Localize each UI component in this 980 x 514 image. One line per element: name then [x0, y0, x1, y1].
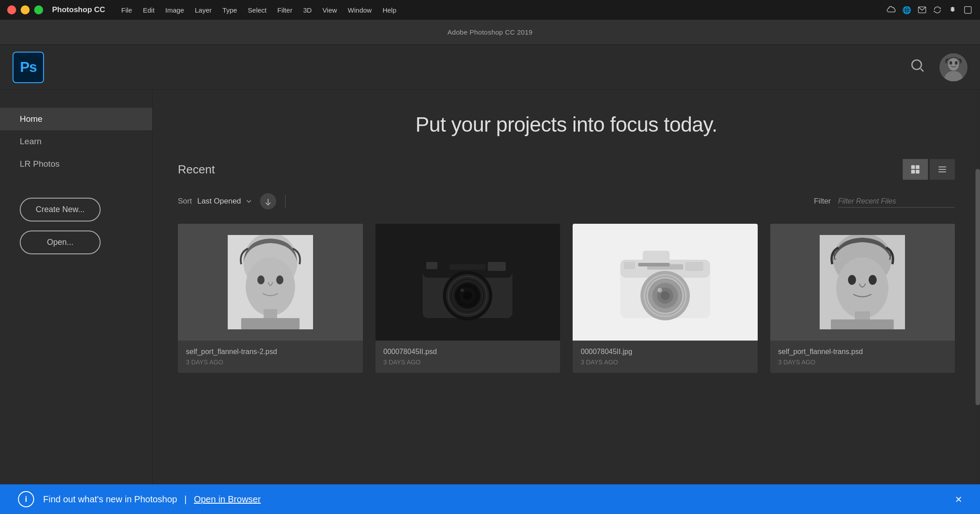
sidebar-item-learn[interactable]: Learn [0, 130, 152, 153]
main-layout: Home Learn LR Photos Create New... Open.… [0, 90, 980, 484]
notification-close-button[interactable]: × [955, 493, 962, 505]
camera-light [611, 237, 719, 327]
sort-select[interactable]: Last Opened [197, 197, 252, 206]
mail-icon[interactable] [917, 5, 927, 15]
sidebar-item-lr-photos[interactable]: LR Photos [0, 153, 152, 175]
file-date: 3 DAYS AGO [778, 359, 947, 366]
close-button[interactable] [7, 5, 16, 14]
file-name: self_port_flannel-trans-2.psd [186, 348, 355, 356]
main-headline: Put your projects into focus today. [178, 112, 955, 137]
menu-items: File Edit Image Layer Type Select Filter… [116, 4, 887, 16]
info-icon: i [18, 491, 34, 507]
search-icon[interactable] [910, 58, 926, 77]
sort-filter-bar: Sort Last Opened Filter [178, 193, 955, 209]
svg-point-49 [658, 288, 662, 292]
file-name: self_port_flannel-trans.psd [778, 348, 947, 356]
file-date: 3 DAYS AGO [186, 359, 355, 366]
menu-help[interactable]: Help [377, 4, 402, 16]
view-toggle [903, 159, 955, 180]
filter-input[interactable] [838, 195, 955, 208]
svg-point-56 [848, 275, 856, 285]
file-date: 3 DAYS AGO [384, 359, 552, 366]
menubar: Photoshop CC File Edit Image Layer Type … [0, 0, 980, 20]
menu-image[interactable]: Image [160, 4, 190, 16]
traffic-lights [7, 5, 43, 14]
scrollbar[interactable] [976, 90, 980, 484]
app-header: Ps [0, 45, 980, 90]
file-card[interactable]: 000078045II.psd 3 DAYS AGO [375, 224, 561, 373]
ps-logo: Ps [13, 52, 44, 83]
file-info: self_port_flannel-trans.psd 3 DAYS AGO [770, 341, 955, 373]
svg-point-19 [276, 275, 283, 284]
svg-point-7 [955, 61, 958, 65]
menu-layer[interactable]: Layer [190, 4, 217, 16]
menu-view[interactable]: View [317, 4, 342, 16]
menu-window[interactable]: Window [342, 4, 377, 16]
main-content: Put your projects into focus today. Rece… [153, 90, 980, 484]
dropbox-icon[interactable] [948, 5, 958, 15]
portrait-sketch-1 [228, 235, 313, 329]
menu-file[interactable]: File [116, 4, 137, 16]
sidebar-buttons: Create New... Open... [0, 189, 152, 263]
avatar[interactable] [940, 53, 967, 81]
svg-rect-24 [445, 251, 472, 264]
recent-title: Recent [178, 163, 215, 177]
svg-point-4 [948, 58, 959, 71]
globe-icon[interactable]: 🌐 [902, 5, 912, 15]
create-new-button[interactable]: Create New... [20, 198, 101, 222]
svg-rect-10 [911, 170, 915, 173]
sync-icon[interactable] [932, 5, 942, 15]
file-card[interactable]: self_port_flannel-trans-2.psd 3 DAYS AGO [178, 224, 363, 373]
portrait-sketch-2 [820, 235, 905, 329]
svg-point-18 [257, 275, 265, 284]
fullscreen-button[interactable] [34, 5, 43, 14]
file-thumbnail [375, 224, 561, 341]
file-card[interactable]: 000078045II.jpg 3 DAYS AGO [573, 224, 758, 373]
file-card[interactable]: self_port_flannel-trans.psd 3 DAYS AGO [770, 224, 955, 373]
svg-rect-52 [638, 263, 670, 266]
open-button[interactable]: Open... [20, 230, 101, 254]
sidebar-item-home[interactable]: Home [0, 108, 152, 130]
avatar-image [940, 53, 967, 81]
svg-rect-26 [488, 262, 506, 271]
sort-value: Last Opened [197, 197, 241, 206]
filter-label: Filter [814, 197, 831, 206]
notification-divider: | [184, 494, 186, 505]
sort-label: Sort [178, 197, 192, 206]
notification-message: Find out what's new in Photoshop [43, 494, 177, 505]
menu-3d[interactable]: 3D [298, 4, 317, 16]
minimize-button[interactable] [21, 5, 30, 14]
svg-point-33 [463, 291, 472, 300]
camera-dark [414, 237, 521, 327]
sidebar-nav: Home Learn LR Photos [0, 108, 152, 189]
svg-point-34 [460, 288, 464, 292]
sidebar: Home Learn LR Photos Create New... Open.… [0, 90, 153, 484]
svg-point-55 [836, 257, 888, 319]
creative-cloud-icon[interactable] [887, 5, 896, 15]
menu-filter[interactable]: Filter [272, 4, 298, 16]
menubar-right: 🌐 [887, 5, 973, 15]
svg-point-6 [949, 61, 952, 65]
menu-edit[interactable]: Edit [137, 4, 160, 16]
grid-view-button[interactable] [903, 159, 928, 180]
svg-rect-39 [643, 251, 670, 264]
list-view-button[interactable] [930, 159, 955, 180]
file-info: 000078045II.jpg 3 DAYS AGO [573, 341, 758, 373]
svg-rect-11 [916, 170, 919, 173]
file-thumbnail [770, 224, 955, 341]
menu-type[interactable]: Type [217, 4, 243, 16]
svg-rect-41 [685, 262, 703, 271]
menu-select[interactable]: Select [243, 4, 272, 16]
file-name: 000078045II.psd [384, 348, 552, 356]
extra-icon[interactable] [963, 5, 973, 15]
open-in-browser-link[interactable]: Open in Browser [194, 494, 261, 505]
file-date: 3 DAYS AGO [581, 359, 750, 366]
window-title: Adobe Photoshop CC 2019 [447, 28, 533, 36]
svg-point-57 [869, 275, 877, 285]
sort-direction-button[interactable] [260, 193, 276, 209]
scrollbar-thumb[interactable] [976, 169, 980, 406]
notification-bar: i Find out what's new in Photoshop | Ope… [0, 484, 980, 514]
recent-header: Recent [178, 159, 955, 180]
app-name: Photoshop CC [52, 5, 105, 14]
svg-rect-21 [241, 318, 300, 329]
